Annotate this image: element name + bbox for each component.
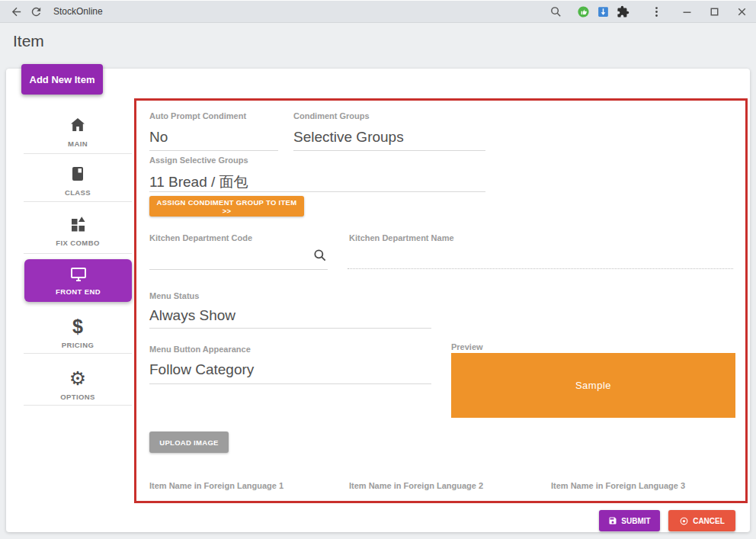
foreign-language-3-label: Item Name in Foreign Language 3 <box>551 481 685 490</box>
maximize-icon <box>708 5 721 18</box>
cancel-button[interactable]: CANCEL <box>668 510 735 531</box>
kitchen-department-name-label: Kitchen Department Name <box>349 233 454 242</box>
submit-button[interactable]: SUBMIT <box>599 510 660 531</box>
magnifier-icon <box>549 5 562 18</box>
preview-box: Sample <box>451 353 735 418</box>
sidebar-item-class[interactable]: CLASS <box>24 165 132 197</box>
cancel-label: CANCEL <box>693 517 725 525</box>
minimize-icon <box>681 5 694 18</box>
puzzle-icon <box>617 5 629 18</box>
field-underline <box>149 191 485 192</box>
minimize-button[interactable] <box>677 2 697 21</box>
maximize-button[interactable] <box>704 2 724 21</box>
app-window: StockOnline <box>0 0 756 539</box>
kitchen-department-search-button[interactable] <box>312 248 328 263</box>
menu-status-label: Menu Status <box>149 291 199 300</box>
kitchen-department-name-input <box>348 268 733 269</box>
menu-status-value[interactable]: Always Show <box>149 307 235 324</box>
class-icon <box>69 165 87 183</box>
zoom-button[interactable] <box>546 2 565 21</box>
sidebar-item-main[interactable]: MAIN <box>24 116 132 148</box>
browser-chrome: StockOnline <box>0 0 756 23</box>
sidebar-item-options[interactable]: ⚙ OPTIONS <box>24 369 132 401</box>
dollar-icon: $ <box>72 317 83 335</box>
sidebar-divider <box>24 153 132 154</box>
reload-button[interactable] <box>26 2 46 21</box>
sidebar-item-label: FRONT END <box>56 287 101 296</box>
sidebar-divider <box>24 201 132 202</box>
search-icon <box>312 248 328 263</box>
browser-menu-button[interactable] <box>646 2 666 21</box>
extension-blue-button[interactable] <box>593 2 613 21</box>
assign-selective-groups-value[interactable]: 11 Bread / 面包 <box>149 172 248 192</box>
assign-condiment-group-button[interactable]: ASSIGN CONDIMENT GROUP TO ITEM >> <box>149 196 304 217</box>
sidebar-divider <box>24 405 132 406</box>
preview-label: Preview <box>451 342 483 351</box>
gear-icon: ⚙ <box>69 369 86 387</box>
sidebar-item-label: MAIN <box>68 140 88 148</box>
assign-selective-groups-label: Assign Selective Groups <box>149 156 248 165</box>
kitchen-department-code-label: Kitchen Department Code <box>149 233 252 242</box>
close-button[interactable] <box>732 2 751 21</box>
submit-label: SUBMIT <box>621 517 650 525</box>
sidebar-item-label: FIX COMBO <box>56 239 99 247</box>
green-extension-icon <box>577 5 590 18</box>
sidebar-item-label: PRICING <box>62 341 94 349</box>
sidebar-item-front-end[interactable]: FRONT END <box>24 259 132 302</box>
preview-sample-text: Sample <box>575 380 611 391</box>
kebab-menu-icon <box>650 5 663 18</box>
menu-button-appearance-value[interactable]: Follow Category <box>149 361 254 378</box>
sidebar-item-label: OPTIONS <box>60 393 95 401</box>
sidebar-item-pricing[interactable]: $ PRICING <box>24 317 132 349</box>
auto-prompt-condiment-label: Auto Prompt Condiment <box>149 111 246 120</box>
foreign-language-1-label: Item Name in Foreign Language 1 <box>149 481 284 490</box>
sidebar-divider <box>24 253 132 254</box>
cancel-icon <box>679 516 689 526</box>
sidebar-item-fix-combo[interactable]: FIX COMBO <box>24 215 132 247</box>
foreign-language-2-label: Item Name in Foreign Language 2 <box>349 481 483 490</box>
condiment-groups-label: Condiment Groups <box>293 111 370 120</box>
home-icon <box>69 116 87 134</box>
sidebar-divider <box>24 353 132 354</box>
sidebar-item-label: CLASS <box>65 188 91 197</box>
reload-icon <box>30 5 43 18</box>
upload-image-button[interactable]: UPLOAD IMAGE <box>149 432 229 453</box>
field-underline <box>149 150 278 151</box>
add-new-item-button[interactable]: Add New Item <box>21 64 103 95</box>
condiment-groups-value[interactable]: Selective Groups <box>293 129 404 146</box>
close-icon <box>735 5 748 18</box>
field-underline <box>293 150 485 151</box>
extensions-button[interactable] <box>613 2 633 21</box>
auto-prompt-condiment-value[interactable]: No <box>149 129 168 146</box>
monitor-icon <box>69 265 88 284</box>
back-button[interactable] <box>6 2 26 21</box>
fix-combo-icon <box>69 215 87 233</box>
menu-button-appearance-label: Menu Button Appearance <box>149 345 251 354</box>
kitchen-department-code-input[interactable] <box>149 269 328 270</box>
field-underline <box>149 328 431 329</box>
back-arrow-icon <box>10 5 23 18</box>
page-title: Item <box>13 32 44 50</box>
field-underline <box>149 383 431 384</box>
extension-green-button[interactable] <box>573 2 593 21</box>
download-extension-icon <box>597 5 610 18</box>
save-icon <box>608 516 617 525</box>
window-title: StockOnline <box>53 6 103 17</box>
